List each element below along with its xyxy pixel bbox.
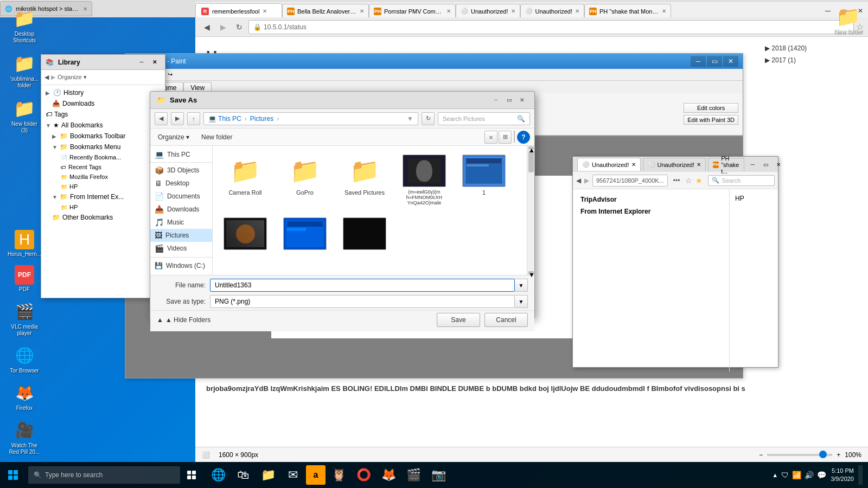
tree-all-bookmarks[interactable]: ▼ ★ All Bookmarks <box>43 120 163 131</box>
desktop-icon-new-folder[interactable]: 📁 New folder(3) <box>3 95 46 136</box>
desktop-icon-horus[interactable]: H Horus_Hern... <box>3 228 46 260</box>
tab-shake[interactable]: PH PH "shake that Monkey" - Be... ✕ <box>584 4 671 18</box>
desktop-icon-watch[interactable]: 🎥 Watch TheRed Pill 20... <box>3 417 46 458</box>
filetype-input[interactable] <box>210 295 515 308</box>
zoom-plus[interactable]: + <box>837 451 840 459</box>
filename-input[interactable] <box>210 279 515 292</box>
dialog-scrollbar[interactable]: ▲ ▼ <box>527 146 534 275</box>
file-dark-image[interactable]: (m=ewlG0y)(m h=FMNOM0cXH YnQa42O)male <box>397 151 451 209</box>
popup-back[interactable]: ◀ <box>576 177 581 184</box>
desktop-icon-firefox[interactable]: 🦊 Firefox <box>3 380 46 414</box>
tripadvisor-link[interactable]: TripAdvisor <box>577 194 725 206</box>
tree-bm-menu[interactable]: ▼ 📁 Bookmarks Menu <box>43 142 163 152</box>
dialog-forward[interactable]: ▶ <box>171 112 184 125</box>
organize-btn[interactable]: Organize ▾ <box>155 132 193 143</box>
tray-arrow[interactable]: ▲ <box>772 472 778 478</box>
zoom-thumb[interactable] <box>819 451 827 458</box>
file-screenshot[interactable]: 1 <box>457 151 511 209</box>
dialog-breadcrumb[interactable]: 💻 This PC › Pictures › ▼ <box>203 112 418 125</box>
filetype-dropdown[interactable]: ▼ <box>515 295 528 308</box>
scroll-thumb[interactable] <box>528 151 534 172</box>
tree-history[interactable]: ▶ 🕐 History <box>43 87 163 98</box>
popup-forward[interactable]: ▶ <box>584 177 589 184</box>
minimize-btn[interactable]: ─ <box>820 5 835 17</box>
sidebar-3dobjects[interactable]: 📦 3D Objects <box>150 164 212 177</box>
file-black[interactable] <box>337 214 392 255</box>
paint-min[interactable]: ─ <box>691 56 706 67</box>
dialog-back[interactable]: ◀ <box>155 112 168 125</box>
popup-tab-unauth1[interactable]: ⚪ Unauthorized! ✕ <box>577 158 641 171</box>
zoom-slider[interactable] <box>767 454 832 456</box>
scroll-up-arrow[interactable]: ▲ <box>528 146 534 150</box>
tab5-close[interactable]: ✕ <box>511 8 515 14</box>
reload-btn[interactable]: ↻ <box>232 20 246 34</box>
file-dark2[interactable] <box>218 214 272 255</box>
breadcrumb-dropdown[interactable]: ▼ <box>407 115 413 123</box>
popup-search-box[interactable]: 🔍 Search <box>708 175 775 186</box>
desktop-icon-tor[interactable]: 🌐 Tor Browser <box>3 342 46 376</box>
dialog-max[interactable]: ▭ <box>503 95 515 105</box>
show-desktop-btn[interactable] <box>858 465 863 485</box>
popup-close[interactable]: ✕ <box>773 160 784 169</box>
tree-recently-bm[interactable]: 📄 Recently Bookma... <box>43 152 163 162</box>
file-camera-roll[interactable]: 📁 Camera Roll <box>218 151 272 209</box>
tab4-close[interactable]: ✕ <box>446 8 451 14</box>
tray-action-center[interactable]: 💬 <box>817 471 826 479</box>
popup-sidebar-hp[interactable]: HP <box>733 192 775 204</box>
tab-bella[interactable]: PH Bella Bellz Analovers Anal... ✕ <box>282 4 369 18</box>
sidebar-videos[interactable]: 🎬 Videos <box>150 242 212 255</box>
taskbar-vlc-app[interactable]: 🎬 <box>401 463 425 487</box>
sidebar-pictures[interactable]: 🖼 Pictures <box>150 229 212 242</box>
organize-btn[interactable]: Organize ▾ <box>58 74 87 81</box>
popup-tab1-close[interactable]: ✕ <box>631 162 636 168</box>
tab-rememberless[interactable]: R rememberlessfool ✕ <box>195 3 282 18</box>
taskbar-clock[interactable]: 5:10 PM 3/9/2020 <box>831 467 854 484</box>
paint-redo-icon[interactable]: ↪ <box>168 71 173 78</box>
tree-hp2[interactable]: 📁 HP <box>43 202 163 212</box>
help-btn[interactable]: ? <box>517 131 530 144</box>
popup-min[interactable]: ─ <box>746 160 758 169</box>
tree-other-bm[interactable]: 📁 Other Bookmarks <box>43 212 163 223</box>
sidebar-desktop[interactable]: 🖥 Desktop <box>150 177 212 190</box>
hide-folders-btn[interactable]: ▲ ▲ Hide Folders <box>157 316 210 324</box>
save-button[interactable]: Save <box>437 313 480 327</box>
dialog-close[interactable]: ✕ <box>516 95 528 105</box>
popup-favorite[interactable]: ☆ <box>685 176 692 185</box>
forward-btn[interactable]: ▶ <box>216 20 230 34</box>
tab3-close[interactable]: ✕ <box>360 8 364 14</box>
filename-dropdown[interactable]: ▼ <box>515 279 528 292</box>
dialog-up[interactable]: ↑ <box>187 112 200 125</box>
taskbar-opera[interactable]: ⭕ <box>352 463 375 487</box>
tree-bm-toolbar[interactable]: ▶ 📁 Bookmarks Toolbar <box>43 131 163 142</box>
desktop-icon-pdf[interactable]: PDF PDF <box>3 263 46 295</box>
tab-unauth2[interactable]: ⚪ Unauthorized! ✕ <box>520 4 585 18</box>
taskbar-store[interactable]: 🛍 <box>231 463 255 487</box>
tree-hp1[interactable]: 📁 HP <box>43 182 163 191</box>
cancel-button[interactable]: Cancel <box>484 313 528 327</box>
paint-max[interactable]: ▭ <box>707 56 722 67</box>
tree-tags[interactable]: 🏷 Tags <box>43 109 163 120</box>
tray-security[interactable]: 🛡 <box>781 471 789 479</box>
tab2-close[interactable]: ✕ <box>263 8 267 14</box>
edit-paint3d-btn[interactable]: Edit with Paint 3D <box>684 115 738 125</box>
new-folder-btn[interactable]: New folder <box>197 132 237 143</box>
file-saved-pictures[interactable]: 📁 Saved Pictures <box>337 151 392 209</box>
desktop-icon-vlc[interactable]: 🎬 VLC mediaplayer <box>3 298 46 339</box>
popup-tab2-close[interactable]: ✕ <box>697 162 701 168</box>
tree-recent-tags[interactable]: 🏷 Recent Tags <box>43 162 163 172</box>
from-ie-link[interactable]: From Internet Explorer <box>577 206 725 217</box>
taskbar-tripadvisor[interactable]: 🦉 <box>327 463 350 487</box>
tab7-close[interactable]: ✕ <box>662 8 666 14</box>
sidebar-this-pc[interactable]: 💻 This PC <box>150 148 212 161</box>
sidebar-recovery-d[interactable]: 💾 RECOVERY (D:) <box>150 272 212 275</box>
file-blue-screen[interactable] <box>278 214 332 255</box>
sidebar-windows-c[interactable]: 💾 Windows (C:) <box>150 260 212 272</box>
popup-dots[interactable]: ••• <box>673 177 680 184</box>
taskbar-amazon[interactable]: a <box>306 465 326 485</box>
dialog-refresh[interactable]: ↻ <box>422 112 435 125</box>
file-gopro[interactable]: 📁 GoPro <box>278 151 332 209</box>
start-button[interactable] <box>0 462 26 488</box>
view-grid-btn[interactable]: ⊞ <box>499 131 512 144</box>
popup-star[interactable]: ★ <box>695 176 703 185</box>
lib-back[interactable]: ◀ <box>44 74 49 81</box>
